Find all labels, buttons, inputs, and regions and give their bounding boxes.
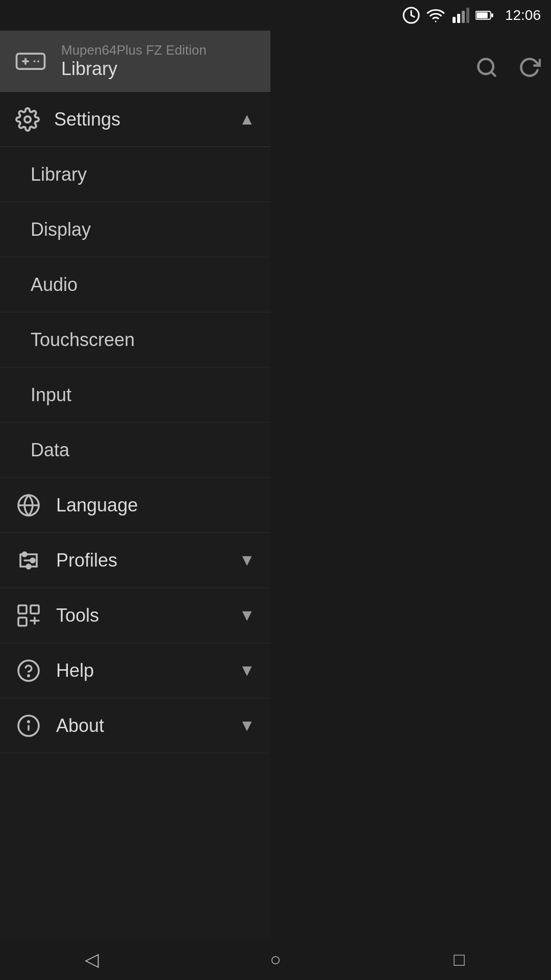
home-icon: ○: [270, 949, 281, 970]
menu-item-help[interactable]: Help ▼: [0, 643, 270, 698]
sub-item-data[interactable]: Data: [0, 423, 270, 478]
menu-item-tools[interactable]: Tools ▼: [0, 588, 270, 643]
language-icon: [15, 492, 42, 519]
gamepad-icon: [15, 46, 46, 77]
right-panel-actions: [281, 46, 541, 79]
profiles-chevron: ▼: [239, 551, 255, 570]
svg-rect-8: [491, 13, 493, 17]
svg-rect-23: [31, 605, 39, 614]
sub-item-label-data: Data: [31, 439, 69, 461]
menu-item-label-language: Language: [56, 495, 255, 516]
svg-point-11: [24, 116, 31, 122]
svg-point-19: [22, 552, 27, 556]
menu-item-label-tools: Tools: [56, 605, 224, 626]
search-icon[interactable]: [475, 56, 498, 79]
menu-item-about[interactable]: About ▼: [0, 698, 270, 753]
svg-point-1: [435, 21, 436, 22]
tools-chevron: ▼: [239, 606, 255, 625]
sub-item-label-library: Library: [31, 164, 87, 185]
menu-item-label-profiles: Profiles: [56, 550, 224, 571]
battery-icon: [475, 6, 494, 24]
settings-menu-item[interactable]: Settings ▲: [0, 92, 270, 147]
sub-item-touchscreen[interactable]: Touchscreen: [0, 312, 270, 368]
sub-item-label-display: Display: [31, 219, 91, 240]
menu-item-label-about: About: [56, 715, 224, 737]
wifi-icon: [427, 6, 445, 24]
status-icons: 12:06: [402, 6, 541, 24]
svg-rect-5: [466, 8, 469, 23]
status-time: 12:06: [505, 7, 541, 23]
app-title: Mupen64Plus FZ Edition: [61, 42, 207, 58]
settings-label: Settings: [54, 109, 224, 130]
sidebar-header[interactable]: Mupen64Plus FZ Edition Library: [0, 31, 270, 92]
about-icon: [15, 713, 42, 739]
signal-icon: [451, 6, 469, 24]
about-chevron: ▼: [239, 716, 255, 735]
nav-bar: ◁ ○ □: [0, 939, 551, 980]
tools-icon: [15, 602, 42, 629]
right-panel: [270, 31, 551, 980]
sub-item-input[interactable]: Input: [0, 368, 270, 423]
svg-rect-22: [18, 605, 27, 614]
header-subtitle: Library: [61, 58, 207, 80]
svg-point-21: [27, 565, 31, 569]
menu-item-label-help: Help: [56, 660, 224, 681]
svg-rect-4: [462, 11, 465, 23]
menu-item-language[interactable]: Language: [0, 478, 270, 533]
sub-item-display[interactable]: Display: [0, 202, 270, 257]
help-icon: [15, 657, 42, 684]
svg-rect-7: [477, 12, 488, 18]
svg-point-20: [31, 558, 35, 562]
profiles-icon: [15, 547, 42, 574]
sidebar: Mupen64Plus FZ Edition Library Settings …: [0, 31, 270, 939]
svg-line-10: [491, 72, 495, 76]
sub-item-library[interactable]: Library: [0, 147, 270, 202]
back-button[interactable]: ◁: [71, 939, 112, 980]
sub-item-label-touchscreen: Touchscreen: [31, 329, 135, 351]
svg-point-25: [18, 660, 39, 681]
sub-item-label-audio: Audio: [31, 274, 78, 296]
settings-chevron: ▲: [239, 110, 255, 129]
back-icon: ◁: [85, 949, 99, 970]
refresh-icon[interactable]: [518, 56, 541, 79]
help-chevron: ▼: [239, 661, 255, 680]
svg-rect-2: [453, 17, 456, 23]
recent-button[interactable]: □: [439, 939, 480, 980]
settings-icon: [15, 107, 40, 132]
status-bar: 12:06: [0, 0, 551, 31]
menu-item-profiles[interactable]: Profiles ▼: [0, 533, 270, 588]
svg-rect-24: [18, 618, 27, 626]
svg-rect-3: [457, 14, 460, 23]
clock-icon: [402, 6, 420, 24]
sub-item-label-input: Input: [31, 384, 71, 406]
recent-icon: □: [454, 949, 465, 970]
home-button[interactable]: ○: [255, 939, 296, 980]
sub-item-audio[interactable]: Audio: [0, 257, 270, 312]
